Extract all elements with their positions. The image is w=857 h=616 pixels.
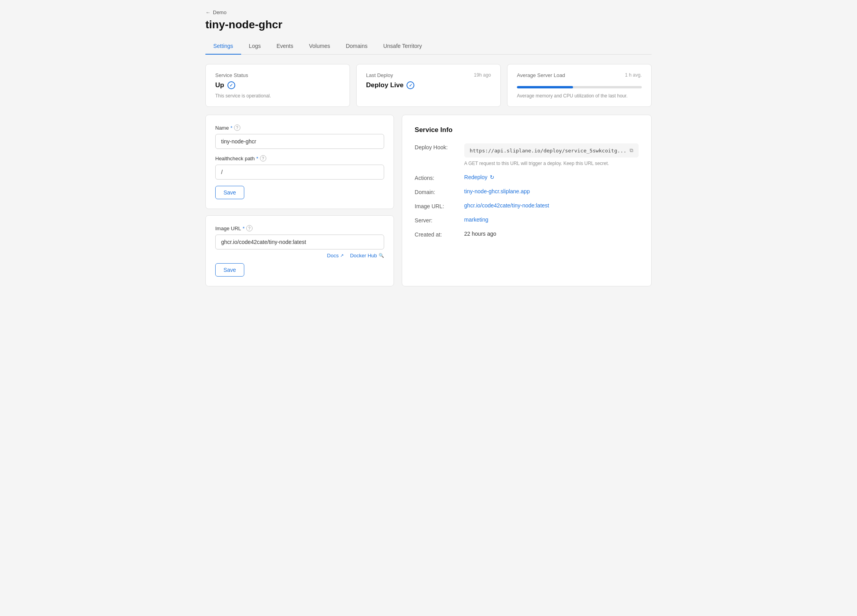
domain-row: Domain: tiny-node-ghcr.sliplane.app	[415, 188, 639, 195]
docker-hub-link[interactable]: Docker Hub 🔍	[350, 253, 384, 258]
actions-val: Redeploy ↻	[464, 174, 639, 180]
deploy-hook-url: https://api.sliplane.io/deploy/service_5…	[470, 148, 626, 154]
service-status-card: Service Status Up ✓ This service is oper…	[205, 64, 350, 107]
avg-server-header: Average Server Load 1 h avg.	[517, 72, 642, 81]
service-status-sub: This service is operational.	[215, 93, 340, 99]
left-panel: Name* ? Healthcheck path* ? Save Image U…	[205, 115, 394, 286]
avg-server-time: 1 h avg.	[625, 72, 642, 78]
healthcheck-field-label: Healthcheck path* ?	[215, 155, 384, 161]
tab-unsafe-territory[interactable]: Unsafe Territory	[375, 39, 430, 55]
service-info-panel: Service Info Deploy Hook: https://api.sl…	[402, 115, 652, 286]
service-info-title: Service Info	[415, 126, 639, 134]
tab-logs[interactable]: Logs	[241, 39, 269, 55]
server-load-bar-wrap	[517, 86, 642, 88]
deploy-hook-val: https://api.sliplane.io/deploy/service_5…	[464, 143, 639, 167]
healthcheck-required: *	[256, 156, 258, 161]
last-deploy-header: Last Deploy 19h ago	[366, 72, 491, 81]
image-url-link[interactable]: ghcr.io/code42cate/tiny-node:latest	[464, 202, 549, 209]
avg-server-sub: Average memory and CPU utilization of th…	[517, 93, 642, 99]
actions-row: Actions: Redeploy ↻	[415, 174, 639, 181]
tab-settings[interactable]: Settings	[205, 39, 241, 55]
docs-external-icon: ↗	[340, 253, 344, 258]
last-deploy-value: Deploy Live ✓	[366, 81, 491, 89]
deploy-hook-sub: A GET request to this URL will trigger a…	[464, 160, 639, 167]
domain-key: Domain:	[415, 188, 458, 195]
tab-domains[interactable]: Domains	[338, 39, 375, 55]
save-button-2[interactable]: Save	[215, 263, 244, 277]
redeploy-link[interactable]: Redeploy	[464, 174, 487, 180]
back-arrow-icon: ←	[205, 9, 211, 15]
deploy-hook-row: Deploy Hook: https://api.sliplane.io/dep…	[415, 143, 639, 167]
docs-link[interactable]: Docs ↗	[327, 253, 344, 258]
page-title: tiny-node-ghcr	[205, 18, 652, 31]
redeploy-icon[interactable]: ↻	[490, 174, 494, 180]
healthcheck-help-icon[interactable]: ?	[260, 155, 266, 161]
docker-hub-search-icon: 🔍	[379, 253, 384, 258]
name-input[interactable]	[215, 134, 384, 149]
service-status-value: Up ✓	[215, 81, 340, 89]
breadcrumb-label: Demo	[213, 9, 227, 15]
healthcheck-input[interactable]	[215, 165, 384, 180]
server-link[interactable]: marketing	[464, 216, 488, 223]
main-content: Name* ? Healthcheck path* ? Save Image U…	[205, 115, 652, 286]
avg-server-load-card: Average Server Load 1 h avg. Average mem…	[507, 64, 652, 107]
image-help-icon[interactable]: ?	[246, 225, 253, 231]
image-url-panel: Image URL* ? Docs ↗ Docker Hub 🔍 Save	[205, 215, 394, 286]
last-deploy-card: Last Deploy 19h ago Deploy Live ✓	[356, 64, 501, 107]
name-field-label: Name* ?	[215, 125, 384, 131]
last-deploy-time: 19h ago	[474, 72, 491, 78]
deploy-hook-box: https://api.sliplane.io/deploy/service_5…	[464, 143, 639, 158]
image-required: *	[243, 226, 245, 231]
server-val: marketing	[464, 216, 639, 223]
main-page: ← Demo tiny-node-ghcr Settings Logs Even…	[193, 0, 664, 296]
last-deploy-label: Last Deploy	[366, 72, 393, 78]
name-health-panel: Name* ? Healthcheck path* ? Save	[205, 115, 394, 209]
server-load-bar-fill	[517, 86, 573, 88]
avg-server-label: Average Server Load	[517, 72, 565, 78]
domain-val: tiny-node-ghcr.sliplane.app	[464, 188, 639, 194]
server-key: Server:	[415, 216, 458, 224]
actions-key: Actions:	[415, 174, 458, 181]
deploy-check-icon: ✓	[407, 81, 414, 89]
copy-icon[interactable]: ⧉	[630, 147, 633, 154]
deploy-hook-key: Deploy Hook:	[415, 143, 458, 150]
docs-row: Docs ↗ Docker Hub 🔍	[215, 253, 384, 258]
image-url-key: Image URL:	[415, 202, 458, 209]
image-url-input[interactable]	[215, 235, 384, 249]
save-button-1[interactable]: Save	[215, 186, 244, 199]
created-at-val: 22 hours ago	[464, 231, 639, 237]
tab-volumes[interactable]: Volumes	[301, 39, 338, 55]
status-cards: Service Status Up ✓ This service is oper…	[205, 64, 652, 107]
image-url-row: Image URL: ghcr.io/code42cate/tiny-node:…	[415, 202, 639, 209]
tab-events[interactable]: Events	[269, 39, 301, 55]
redeploy-row: Redeploy ↻	[464, 174, 639, 180]
back-link[interactable]: ← Demo	[205, 9, 227, 15]
image-url-val: ghcr.io/code42cate/tiny-node:latest	[464, 202, 639, 209]
domain-link[interactable]: tiny-node-ghcr.sliplane.app	[464, 188, 530, 194]
tabs-bar: Settings Logs Events Volumes Domains Uns…	[205, 39, 652, 55]
status-check-icon: ✓	[227, 81, 235, 89]
server-row: Server: marketing	[415, 216, 639, 224]
created-at-row: Created at: 22 hours ago	[415, 231, 639, 238]
image-url-field-label: Image URL* ?	[215, 225, 384, 231]
created-at-key: Created at:	[415, 231, 458, 238]
name-help-icon[interactable]: ?	[234, 125, 240, 131]
name-required: *	[231, 125, 233, 131]
service-status-label: Service Status	[215, 72, 340, 78]
